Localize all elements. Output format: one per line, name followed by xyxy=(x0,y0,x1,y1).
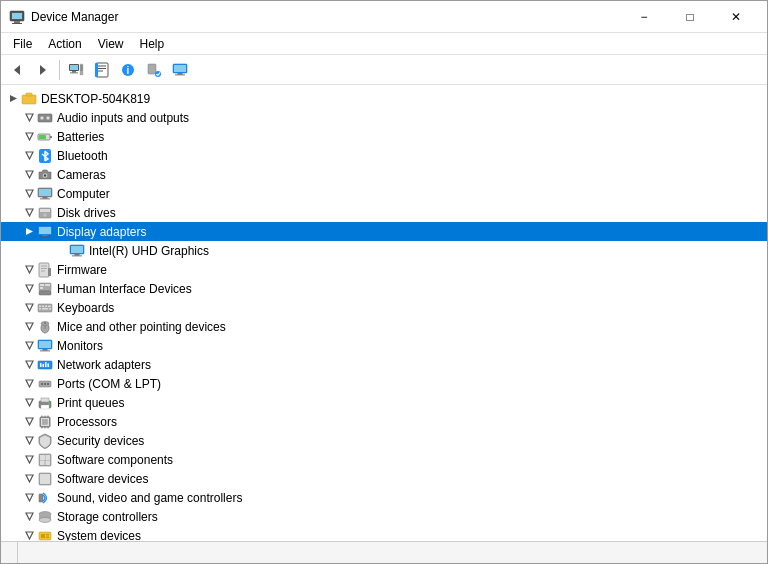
audio-expand-icon xyxy=(21,110,37,126)
svg-rect-30 xyxy=(22,95,36,104)
tree-item-firmware[interactable]: Firmware xyxy=(1,260,767,279)
svg-rect-75 xyxy=(39,291,51,295)
svg-marker-122 xyxy=(26,456,33,463)
svg-rect-125 xyxy=(46,455,51,460)
audio-label: Audio inputs and outputs xyxy=(57,111,189,125)
security-expand-icon xyxy=(21,433,37,449)
update-driver-button[interactable]: i xyxy=(116,58,140,82)
processors-expand-icon xyxy=(21,414,37,430)
svg-rect-140 xyxy=(46,534,49,536)
svg-rect-18 xyxy=(95,63,98,77)
keyboards-icon xyxy=(37,300,53,316)
svg-rect-99 xyxy=(45,362,47,367)
system-label: System devices xyxy=(57,529,141,542)
menu-file[interactable]: File xyxy=(5,33,40,55)
monitor-button[interactable] xyxy=(168,58,192,82)
status-bar xyxy=(1,541,767,563)
hid-icon xyxy=(37,281,53,297)
storage-label: Storage controllers xyxy=(57,510,158,524)
device-manager-button[interactable] xyxy=(64,58,88,82)
network-label: Network adapters xyxy=(57,358,151,372)
tree-item-audio[interactable]: Audio inputs and outputs xyxy=(1,108,767,127)
tree-item-display[interactable]: Display adapters xyxy=(1,222,767,241)
tree-item-bluetooth[interactable]: Bluetooth xyxy=(1,146,767,165)
batteries-label: Batteries xyxy=(57,130,104,144)
forward-button[interactable] xyxy=(31,58,55,82)
svg-marker-55 xyxy=(26,228,33,235)
svg-rect-72 xyxy=(40,284,44,286)
hid-expand-icon xyxy=(21,281,37,297)
svg-point-136 xyxy=(39,517,51,522)
ports-label: Ports (COM & LPT) xyxy=(57,377,161,391)
svg-rect-3 xyxy=(12,23,22,24)
bluetooth-label: Bluetooth xyxy=(57,149,108,163)
svg-rect-31 xyxy=(26,93,32,96)
menu-action[interactable]: Action xyxy=(40,33,89,55)
tree-item-intel[interactable]: Intel(R) UHD Graphics xyxy=(1,241,767,260)
software-dev-label: Software devices xyxy=(57,472,148,486)
menu-view[interactable]: View xyxy=(90,33,132,55)
tree-item-print[interactable]: Print queues xyxy=(1,393,767,412)
svg-point-104 xyxy=(44,383,46,385)
tree-item-disk[interactable]: Disk drives xyxy=(1,203,767,222)
tree-item-software-dev[interactable]: Software devices xyxy=(1,469,767,488)
computer-icon xyxy=(37,186,53,202)
tree-item-cameras[interactable]: Cameras xyxy=(1,165,767,184)
svg-rect-52 xyxy=(40,209,50,212)
sound-icon xyxy=(37,490,53,506)
display-icon xyxy=(37,224,53,240)
maximize-button[interactable]: □ xyxy=(667,1,713,33)
svg-rect-62 xyxy=(75,254,80,256)
back-button[interactable] xyxy=(5,58,29,82)
close-button[interactable]: ✕ xyxy=(713,1,759,33)
bluetooth-icon xyxy=(37,148,53,164)
storage-icon xyxy=(37,509,53,525)
svg-rect-89 xyxy=(45,322,46,324)
tree-item-computer[interactable]: Computer xyxy=(1,184,767,203)
svg-marker-5 xyxy=(40,65,46,75)
minimize-button[interactable]: − xyxy=(621,1,667,33)
app-icon xyxy=(9,9,25,25)
svg-rect-78 xyxy=(39,305,41,307)
tree-item-mice[interactable]: Mice and other pointing devices xyxy=(1,317,767,336)
tree-item-software-comp[interactable]: Software components xyxy=(1,450,767,469)
svg-marker-95 xyxy=(26,361,33,368)
tree-item-processors[interactable]: Processors xyxy=(1,412,767,431)
tree-item-network[interactable]: Network adapters xyxy=(1,355,767,374)
tree-item-batteries[interactable]: Batteries xyxy=(1,127,767,146)
tree-item-monitors[interactable]: Monitors xyxy=(1,336,767,355)
mice-icon xyxy=(37,319,53,335)
properties-button[interactable] xyxy=(90,58,114,82)
network-icon xyxy=(37,357,53,373)
tree-item-storage[interactable]: Storage controllers xyxy=(1,507,767,526)
svg-marker-111 xyxy=(26,418,33,425)
security-label: Security devices xyxy=(57,434,144,448)
cameras-icon xyxy=(37,167,53,183)
enable-button[interactable] xyxy=(142,58,166,82)
tree-item-security[interactable]: Security devices xyxy=(1,431,767,450)
svg-point-34 xyxy=(40,116,44,120)
tree-item-sound[interactable]: Sound, video and game controllers xyxy=(1,488,767,507)
print-expand-icon xyxy=(21,395,37,411)
svg-point-35 xyxy=(46,116,50,120)
menu-help[interactable]: Help xyxy=(132,33,173,55)
device-tree[interactable]: DESKTOP-504K819 Audio inputs and outputs xyxy=(1,85,767,541)
batteries-icon xyxy=(37,129,53,145)
svg-rect-38 xyxy=(50,136,52,138)
tree-item-keyboards[interactable]: Keyboards xyxy=(1,298,767,317)
svg-point-22 xyxy=(155,71,161,77)
keyboards-expand-icon xyxy=(21,300,37,316)
tree-root[interactable]: DESKTOP-504K819 xyxy=(1,89,767,108)
svg-rect-100 xyxy=(48,363,50,367)
menu-bar: File Action View Help xyxy=(1,33,767,55)
svg-rect-83 xyxy=(42,308,48,310)
processors-label: Processors xyxy=(57,415,117,429)
computer-label: Computer xyxy=(57,187,110,201)
tree-item-ports[interactable]: Ports (COM & LPT) xyxy=(1,374,767,393)
firmware-icon xyxy=(37,262,53,278)
disk-icon xyxy=(37,205,53,221)
tree-item-system[interactable]: System devices xyxy=(1,526,767,541)
audio-icon xyxy=(37,110,53,126)
security-icon xyxy=(37,433,53,449)
tree-item-hid[interactable]: Human Interface Devices xyxy=(1,279,767,298)
